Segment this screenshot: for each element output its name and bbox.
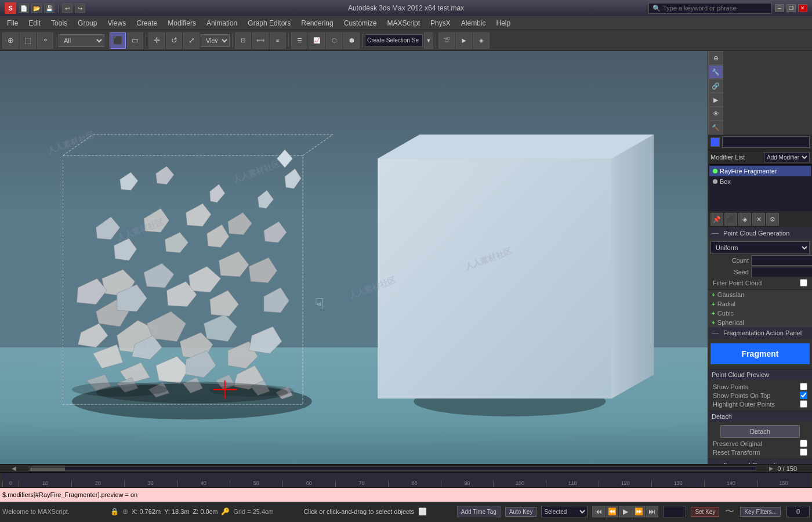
- render-btn[interactable]: ▶: [456, 32, 472, 49]
- show-on-top-checkbox[interactable]: [800, 392, 807, 399]
- menu-customize[interactable]: Customize: [339, 18, 382, 28]
- frame-input[interactable]: 0: [663, 506, 686, 517]
- preserve-checkbox[interactable]: [800, 440, 807, 447]
- gaussian-expand[interactable]: + Gaussian: [708, 290, 812, 299]
- auto-key-button[interactable]: Auto Key: [505, 507, 537, 517]
- scroll-track[interactable]: [29, 466, 756, 471]
- select-obj-tool[interactable]: ⬛: [110, 32, 126, 49]
- search-input[interactable]: [663, 5, 767, 12]
- menu-group[interactable]: Group: [73, 18, 102, 28]
- fragment-button[interactable]: Fragment: [710, 343, 810, 364]
- restore-btn[interactable]: ❐: [786, 4, 796, 12]
- next-frame-btn[interactable]: ⏩: [632, 506, 645, 517]
- menu-edit[interactable]: Edit: [24, 18, 45, 28]
- menu-create[interactable]: Create: [132, 18, 162, 28]
- render-setup[interactable]: 🎬: [438, 32, 455, 49]
- utilities-tab[interactable]: 🔨: [708, 121, 723, 135]
- filter-point-cloud-checkbox[interactable]: [800, 279, 807, 287]
- make-unique-btn[interactable]: ◈: [738, 213, 751, 226]
- fragmentation-header[interactable]: — Fragmentation Action Panel: [708, 327, 812, 339]
- menu-physx[interactable]: PhysX: [426, 18, 455, 28]
- set-key-button[interactable]: Set Key: [691, 507, 719, 517]
- seed-input[interactable]: 341: [751, 267, 812, 277]
- menu-rendering[interactable]: Rendering: [296, 18, 338, 28]
- add-time-tag-btn[interactable]: Add Time Tag: [457, 506, 501, 517]
- prev-frame-btn[interactable]: ⏪: [606, 506, 618, 517]
- mirror-tool[interactable]: ⟺: [252, 32, 269, 49]
- modifier-box[interactable]: Box: [709, 176, 811, 187]
- material-editor[interactable]: ⬢: [343, 32, 360, 49]
- viewport[interactable]: [ + ] [ Perspective ] [ Realistic + Edge…: [0, 51, 708, 464]
- menu-graph-editors[interactable]: Graph Editors: [243, 18, 295, 28]
- close-btn[interactable]: ✕: [798, 4, 807, 12]
- remove-modifier-btn[interactable]: ✕: [752, 213, 765, 226]
- object-color-swatch[interactable]: [710, 137, 720, 147]
- menu-file[interactable]: File: [2, 18, 23, 28]
- play-btn[interactable]: ▶: [619, 506, 632, 517]
- spherical-expand[interactable]: + Spherical: [708, 318, 812, 327]
- point-cloud-header[interactable]: — Point Cloud Generation: [708, 227, 812, 239]
- layer-tool[interactable]: ☰: [291, 32, 307, 49]
- cubic-expand[interactable]: + Cubic: [708, 309, 812, 318]
- key-filters-button[interactable]: Key Filters...: [740, 507, 781, 517]
- pivot-tool[interactable]: ⊡: [235, 32, 251, 49]
- menu-tools[interactable]: Tools: [46, 18, 72, 28]
- show-end-result-btn[interactable]: ⬛: [724, 213, 737, 226]
- detach-button[interactable]: Detach: [720, 425, 800, 438]
- region-type-tool[interactable]: ▭: [127, 32, 143, 49]
- go-end-btn[interactable]: ⏭: [646, 506, 658, 517]
- redo-btn[interactable]: ↪: [75, 3, 85, 13]
- display-tab[interactable]: 👁: [708, 107, 723, 121]
- motion-tab[interactable]: ▶: [708, 93, 723, 107]
- scroll-prev-btn[interactable]: ◀: [12, 465, 29, 472]
- activeshade[interactable]: ◈: [473, 32, 490, 49]
- hierarchy-tab[interactable]: 🔗: [708, 79, 723, 93]
- modify-tab active[interactable]: 🔧: [708, 65, 723, 79]
- scroll-thumb[interactable]: [30, 467, 65, 471]
- count-input[interactable]: 4000: [751, 255, 812, 266]
- minimize-btn[interactable]: –: [775, 4, 784, 12]
- menu-views[interactable]: Views: [103, 18, 130, 28]
- pin-stack-btn[interactable]: 📌: [710, 213, 723, 226]
- open-btn[interactable]: 📂: [31, 3, 42, 13]
- sel-set-btn[interactable]: ▼: [424, 32, 433, 49]
- move-tool[interactable]: ✛: [148, 32, 165, 49]
- end-frame-input[interactable]: [786, 506, 810, 517]
- reset-checkbox[interactable]: [800, 448, 807, 456]
- show-points-checkbox[interactable]: [800, 383, 807, 390]
- scale-tool[interactable]: ⤢: [183, 32, 200, 49]
- reference-coord-dropdown[interactable]: View Screen World: [201, 34, 230, 47]
- configure-modifier-sets-btn[interactable]: ⚙: [766, 213, 779, 226]
- fence-select-tool[interactable]: ⚬: [37, 32, 53, 49]
- curve-editor[interactable]: 📈: [309, 32, 325, 49]
- modifier-rayfire[interactable]: RayFire Fragmenter: [709, 166, 811, 176]
- fragment-gen-header[interactable]: — Fragment Generation: [708, 459, 812, 464]
- menu-alembic[interactable]: Alembic: [456, 18, 491, 28]
- region-select-tool[interactable]: ⬚: [20, 32, 36, 49]
- menu-modifiers[interactable]: Modifiers: [163, 18, 201, 28]
- selected-dropdown[interactable]: Selected All: [541, 506, 588, 517]
- selection-set-input[interactable]: [365, 34, 423, 47]
- object-name-input[interactable]: Box002: [722, 136, 810, 148]
- save-btn[interactable]: 💾: [44, 3, 55, 13]
- highlight-checkbox[interactable]: [800, 400, 807, 408]
- select-tool[interactable]: ⊕: [2, 32, 19, 49]
- menu-animation[interactable]: Animation: [202, 18, 242, 28]
- menu-help[interactable]: Help: [491, 18, 515, 28]
- horizontal-scrollbar[interactable]: ◀ ▶ 0 / 150: [0, 464, 812, 472]
- radial-expand[interactable]: + Radial: [708, 299, 812, 309]
- timeline[interactable]: 0 10 20 30 40 50 60 70 80 90 100 110 120…: [0, 472, 812, 487]
- menu-maxscript[interactable]: MAXScript: [382, 18, 425, 28]
- go-start-btn[interactable]: ⏮: [592, 506, 605, 517]
- selection-filter-dropdown[interactable]: All Geometry Shapes: [59, 34, 104, 47]
- point-cloud-type-dropdown[interactable]: Uniform Radial Gaussian Cubic Spherical: [710, 241, 810, 254]
- align-tool[interactable]: ≡: [270, 32, 286, 49]
- undo-btn[interactable]: ↩: [62, 3, 72, 13]
- create-tab[interactable]: ⊕: [708, 51, 723, 65]
- scroll-next-btn[interactable]: ▶: [756, 465, 774, 472]
- new-btn[interactable]: 📄: [19, 3, 29, 13]
- rotate-tool[interactable]: ↺: [166, 32, 182, 49]
- search-box[interactable]: 🔍: [648, 3, 771, 14]
- modifier-list-dropdown[interactable]: Add Modifier: [764, 152, 810, 162]
- schematic-view[interactable]: ⬡: [326, 32, 342, 49]
